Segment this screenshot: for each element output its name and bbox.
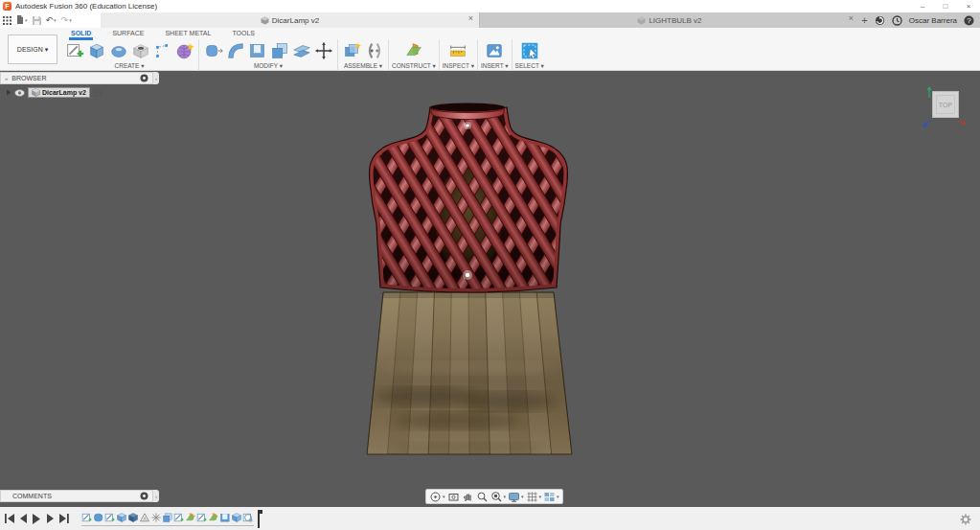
browser-collapse-handle[interactable]: › [153, 72, 159, 84]
tab-close-icon[interactable]: × [849, 14, 854, 23]
timeline-feature-star-icon[interactable] [150, 512, 162, 524]
group-label-create[interactable]: CREATE ▾ [115, 62, 145, 70]
create-sketch-icon[interactable] [63, 39, 85, 61]
component-item-label: DicarLamp v2 [42, 89, 86, 96]
group-separator [198, 39, 199, 75]
step-forward-icon[interactable] [44, 512, 56, 525]
comments-panel-header[interactable]: COMMENTS [0, 490, 153, 502]
ribbon-toolbar: DESIGN ▾ SOLID SURFACE SHEET METAL TOOLS… [0, 28, 980, 71]
skip-to-end-icon[interactable] [57, 512, 69, 525]
timeline-feature-sketch-icon[interactable] [173, 512, 185, 524]
timeline-position-marker[interactable] [255, 510, 262, 528]
undo-icon[interactable]: ↶▾ [46, 16, 57, 25]
new-component-icon[interactable] [341, 39, 363, 61]
timeline-feature-sketchc-icon[interactable] [242, 512, 254, 524]
group-label-insert[interactable]: INSERT ▾ [481, 62, 509, 70]
sketch-3d-icon[interactable] [151, 39, 173, 61]
timeline-feature-combine-icon[interactable] [162, 512, 173, 524]
timeline-feature-sketch-icon[interactable] [196, 512, 208, 524]
group-separator [337, 39, 338, 75]
new-tab-button[interactable]: + [861, 14, 867, 26]
app-grid-icon[interactable] [3, 16, 11, 25]
fillet-icon[interactable] [224, 39, 246, 61]
file-menu-icon[interactable]: ▾ [16, 15, 28, 25]
extrude-icon[interactable] [85, 39, 107, 61]
orbit-icon[interactable]: ▾ [429, 491, 445, 503]
insert-icon[interactable] [484, 39, 506, 61]
look-at-icon[interactable] [447, 491, 460, 503]
joint-icon[interactable] [363, 39, 385, 61]
tab-dicarlamp[interactable]: DicarLamp v2 × [101, 12, 479, 28]
shell-icon[interactable] [246, 39, 268, 61]
maximize-button[interactable]: □ [934, 0, 957, 12]
comments-options-icon[interactable] [140, 492, 148, 500]
fit-icon[interactable]: ▾ [490, 491, 507, 503]
timeline-feature-solid-icon[interactable] [93, 512, 104, 524]
group-separator [477, 39, 478, 75]
comments-collapse-handle[interactable]: › [153, 490, 159, 502]
select-icon[interactable] [518, 39, 540, 61]
skip-to-start-icon[interactable] [4, 512, 15, 525]
group-label-modify[interactable]: MODIFY ▾ [254, 62, 283, 70]
timeline-feature-triangle-icon[interactable]: A [139, 512, 150, 524]
display-settings-icon[interactable]: ▾ [508, 491, 524, 503]
save-icon[interactable] [33, 16, 41, 25]
browser-panel-header[interactable]: « BROWSER [0, 72, 153, 84]
timeline-feature-sketch-icon[interactable] [104, 512, 116, 524]
redo-icon[interactable]: ↷▾ [61, 16, 72, 25]
viewports-icon[interactable]: ▾ [543, 491, 559, 503]
visibility-eye-icon[interactable] [14, 89, 25, 97]
group-label-select[interactable]: SELECT ▾ [515, 62, 544, 70]
panel-chevrons-icon[interactable]: « [5, 76, 8, 81]
ground-icon[interactable] [93, 88, 102, 97]
help-icon[interactable]: ? [964, 15, 974, 26]
lamp-3d-model[interactable] [0, 71, 980, 507]
timeline-feature-box-icon[interactable] [231, 512, 242, 524]
browser-root-item[interactable]: DicarLamp v2 [6, 87, 102, 98]
measure-icon[interactable] [447, 39, 469, 61]
navigation-bar: ▾ ▾ ▾ ▾ ▾ [425, 489, 563, 504]
job-status-icon[interactable] [875, 15, 885, 26]
grid-icon[interactable]: ▾ [526, 491, 542, 503]
timeline-feature-planes-icon[interactable] [185, 512, 196, 524]
timeline-feature-box-icon[interactable] [116, 512, 127, 524]
group-label-inspect[interactable]: INSPECT ▾ [443, 62, 474, 70]
timeline-feature-shell-icon[interactable] [219, 512, 231, 524]
timeline-settings-gear-icon[interactable] [960, 512, 971, 529]
view-cube[interactable]: TOP [920, 82, 968, 130]
expand-arrow-icon[interactable] [6, 89, 11, 96]
group-separator [388, 39, 389, 75]
revolve-icon[interactable] [107, 39, 129, 61]
lamp-wood-base[interactable] [367, 292, 572, 493]
timeline-feature-planes-icon[interactable] [208, 512, 219, 524]
pan-icon[interactable] [462, 491, 474, 503]
zoom-icon[interactable] [476, 491, 489, 503]
combine-icon[interactable] [268, 39, 290, 61]
component-item-chip[interactable]: DicarLamp v2 [28, 87, 90, 98]
press-pull-icon[interactable] [202, 39, 224, 61]
construct-plane-icon[interactable] [402, 39, 424, 61]
design-workspace-button[interactable]: DESIGN ▾ [8, 35, 57, 64]
user-name[interactable]: Oscar Barrera [909, 16, 957, 25]
view-cube-top-face[interactable]: TOP [932, 91, 959, 118]
group-label-assemble[interactable]: ASSEMBLE ▾ [344, 62, 382, 70]
viewport-canvas[interactable]: « BROWSER › DicarLamp v2 TOP COMMENTS › [0, 71, 980, 507]
timeline-feature-boxdark-icon[interactable] [127, 512, 139, 524]
form-icon[interactable] [173, 39, 195, 61]
offset-face-icon[interactable] [290, 39, 312, 61]
play-icon[interactable] [31, 512, 42, 525]
move-icon[interactable] [312, 39, 334, 61]
group-inspect: INSPECT ▾ [443, 39, 474, 70]
tab-label: LIGHTBULB v2 [649, 16, 701, 25]
tab-lightbulb[interactable]: LIGHTBULB v2 × [479, 12, 859, 28]
timeline-playback-controls [4, 512, 69, 525]
browser-options-icon[interactable] [140, 74, 148, 82]
group-label-construct[interactable]: CONSTRUCT ▾ [392, 62, 436, 70]
tab-close-icon[interactable]: × [468, 14, 473, 23]
notifications-icon[interactable] [892, 15, 902, 26]
hole-icon[interactable] [129, 39, 151, 61]
close-button[interactable]: × [957, 0, 980, 12]
timeline-feature-sketch-icon[interactable] [81, 512, 93, 524]
step-back-icon[interactable] [17, 512, 29, 525]
minimize-button[interactable]: – [911, 0, 934, 12]
